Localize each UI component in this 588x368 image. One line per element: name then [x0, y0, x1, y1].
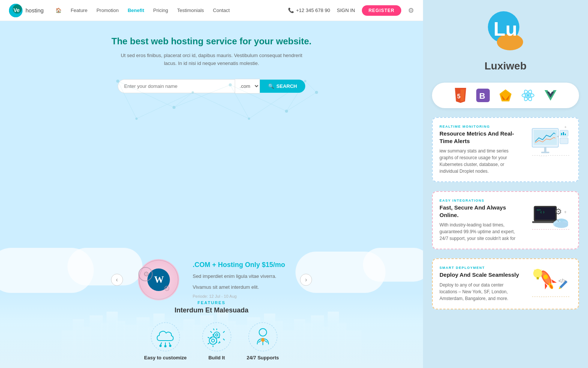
- svg-point-73: [216, 334, 218, 336]
- right-panel: Lu Luxiweb 5 B: [423, 0, 588, 368]
- navbar: Ve hosting 🏠 Feature Promotion Benefit P…: [0, 0, 423, 21]
- hero-title: The best web hosting service for your we…: [15, 36, 408, 47]
- nav-feature[interactable]: Feature: [70, 8, 87, 13]
- svg-point-18: [285, 110, 288, 113]
- nav-home[interactable]: 🏠: [56, 8, 62, 13]
- nav-contact[interactable]: Contact: [213, 8, 230, 13]
- carousel-prev[interactable]: ‹: [111, 274, 123, 286]
- monitoring-card-content: REALTIME MONITORING Resource Metrics And…: [440, 125, 520, 175]
- nav-links: 🏠 Feature Promotion Benefit Pricing Test…: [56, 8, 288, 13]
- feature-item-cloud: Easy to customize: [144, 322, 186, 360]
- svg-text:5: 5: [457, 93, 460, 100]
- svg-text:{ }: { }: [540, 211, 544, 213]
- svg-line-13: [286, 81, 305, 111]
- integrations-card: EASY INTEGRATIONS Fast, Secure And Alway…: [432, 191, 579, 249]
- integrations-title: Fast, Secure And Always Online.: [440, 204, 520, 219]
- left-panel: Ve hosting 🏠 Feature Promotion Benefit P…: [0, 0, 423, 368]
- person-icon: [248, 322, 278, 352]
- svg-point-17: [229, 83, 232, 86]
- integrations-category: EASY INTEGRATIONS: [440, 199, 520, 202]
- feature-item-person: 24/7 Supports: [247, 322, 279, 360]
- integrations-card-content: EASY INTEGRATIONS Fast, Secure And Alway…: [440, 199, 520, 242]
- svg-point-66: [160, 345, 161, 347]
- svg-point-20: [135, 118, 138, 120]
- svg-point-71: [209, 337, 217, 344]
- svg-point-15: [116, 80, 119, 83]
- svg-text:W: W: [154, 274, 164, 285]
- features-title: Interdum Et Malesuada: [15, 306, 408, 314]
- svg-point-69: [202, 323, 231, 351]
- nav-testimonials[interactable]: Testimonials: [177, 8, 204, 13]
- svg-point-22: [248, 118, 250, 120]
- nav-benefit[interactable]: Benefit: [128, 8, 144, 13]
- feature-label-person: 24/7 Supports: [247, 355, 279, 360]
- features-label: FEATURES: [15, 300, 408, 305]
- svg-line-8: [193, 92, 249, 119]
- phone-info: 📞 +12 345 678 90: [288, 8, 330, 13]
- carousel-desc-2: Vivamus sit amet interdum elit.: [193, 284, 285, 291]
- features-section: FEATURES Interdum Et Malesuada: [0, 293, 423, 368]
- feature-label-cloud: Easy to customize: [144, 355, 186, 360]
- monitoring-card: REALTIME MONITORING Resource Metrics And…: [432, 117, 579, 182]
- svg-point-19: [315, 91, 318, 94]
- deployment-image: </> · · · · ·: [526, 266, 572, 300]
- sign-in-link[interactable]: SIGN IN: [337, 8, 355, 13]
- svg-text:⚙: ⚙: [164, 284, 170, 293]
- svg-rect-97: [560, 138, 568, 144]
- nav-pricing[interactable]: Pricing: [153, 8, 168, 13]
- svg-point-23: [304, 80, 306, 82]
- carousel-next[interactable]: ›: [300, 274, 312, 286]
- feature-label-gear: Build It: [208, 355, 225, 360]
- svg-rect-124: [537, 277, 539, 279]
- monitoring-category: REALTIME MONITORING: [440, 125, 520, 128]
- deployment-card: SMART DEPLOYMENT Deploy And Scale Seamle…: [432, 258, 579, 309]
- svg-line-12: [230, 85, 249, 119]
- navbar-right: 📞 +12 345 678 90 SIGN IN REGIsTER ⚙: [288, 5, 414, 16]
- phone-number: +12 345 678 90: [296, 8, 330, 13]
- svg-line-9: [249, 81, 305, 119]
- carousel-desc-1: Sed imperdiet enim ligula vitae viverra.: [193, 273, 285, 281]
- svg-text:+: +: [564, 210, 567, 215]
- nav-promotion[interactable]: Promotion: [96, 8, 118, 13]
- svg-line-10: [118, 81, 136, 119]
- react-icon: [520, 88, 536, 103]
- svg-rect-94: [544, 147, 546, 152]
- svg-point-74: [249, 323, 277, 351]
- svg-line-14: [305, 81, 316, 92]
- brand-logo: Ve: [9, 4, 22, 17]
- monitoring-title: Resource Metrics And Real-Time Alerts: [440, 130, 520, 145]
- phone-icon: 📞: [288, 8, 294, 13]
- register-button[interactable]: REGIsTER: [362, 5, 401, 16]
- svg-point-72: [212, 339, 214, 342]
- deployment-title: Deploy And Scale Seamlessly: [440, 271, 520, 279]
- html5-icon: 5: [453, 88, 468, 103]
- svg-text:Ve: Ve: [14, 7, 20, 13]
- svg-text:+: +: [564, 125, 567, 129]
- integrations-desc: With industry-leading load times, guaran…: [440, 222, 520, 242]
- svg-line-7: [136, 92, 193, 119]
- svg-point-16: [172, 106, 176, 109]
- features-grid: Easy to customize: [15, 322, 408, 360]
- bootstrap-icon: B: [476, 88, 490, 103]
- monitoring-desc: iew summary stats and time series graphs…: [440, 148, 520, 175]
- settings-icon[interactable]: ⚙: [408, 6, 414, 15]
- brand-name: hosting: [26, 7, 44, 14]
- svg-text:+: +: [557, 134, 559, 139]
- svg-point-114: [555, 222, 568, 228]
- svg-line-4: [174, 85, 230, 107]
- svg-line-5: [230, 85, 286, 111]
- svg-point-68: [170, 345, 171, 347]
- svg-text:· · · · ·: · · · · ·: [540, 296, 547, 299]
- luxiweb-brand: Lu Luxiweb: [483, 11, 528, 72]
- svg-line-63: [160, 342, 162, 345]
- tech-icons-row: 5 B: [432, 83, 579, 108]
- svg-text:· · · · ·: · · · · ·: [540, 155, 547, 158]
- svg-point-86: [526, 94, 530, 97]
- luxiweb-logo: Lu: [483, 11, 528, 56]
- svg-line-3: [118, 81, 174, 107]
- monitoring-image: + + · · · · ·: [526, 125, 572, 158]
- svg-text:⚙: ⚙: [143, 270, 149, 278]
- sketch-icon: [498, 88, 513, 103]
- luxiweb-name: Luxiweb: [483, 60, 528, 72]
- brand: Ve hosting: [9, 4, 44, 17]
